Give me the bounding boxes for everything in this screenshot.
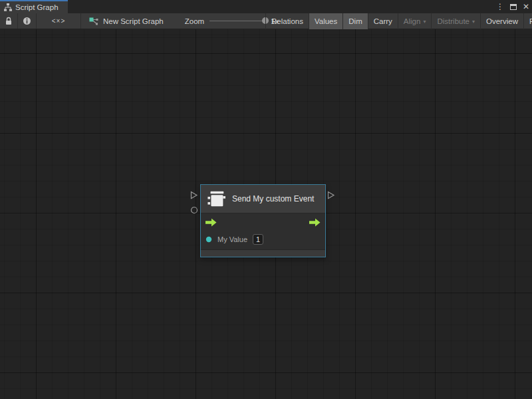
value-dot-icon[interactable] [205, 236, 212, 243]
custom-event-icon [207, 190, 225, 207]
toggle-align-label: Align [404, 17, 421, 25]
zoom-label: Zoom [185, 17, 204, 25]
chevron-down-icon: ▾ [472, 19, 475, 25]
node-send-custom-event[interactable]: Send My custom Event My Value 1 [200, 184, 326, 257]
toggle-values[interactable]: Values [309, 13, 342, 29]
graph-name: New Script Graph [103, 17, 164, 25]
toggle-carry[interactable]: Carry [368, 13, 398, 29]
script-graph-window: Script Graph ⋮ ✕ <×> [0, 0, 532, 399]
flow-in-arrow-icon[interactable] [205, 218, 217, 227]
toggle-align: Align ▾ [398, 13, 432, 29]
graph-breadcrumb[interactable]: New Script Graph [81, 13, 173, 29]
toggle-full-screen[interactable]: Full Screen [523, 13, 532, 29]
toggle-relations[interactable]: Relations [265, 13, 309, 29]
node-control-row [201, 213, 325, 231]
chevron-down-icon: ▾ [423, 19, 426, 25]
toggle-relations-label: Relations [271, 17, 303, 25]
toggle-overview-label: Overview [486, 17, 518, 25]
control-input-port[interactable] [190, 191, 198, 200]
toggle-full-screen-label: Full Screen [529, 17, 532, 25]
window-controls: ⋮ ✕ [496, 0, 529, 13]
title-bar: Script Graph ⋮ ✕ [0, 0, 532, 13]
lock-icon [5, 17, 13, 25]
menu-kebab-icon[interactable]: ⋮ [496, 0, 504, 13]
toggle-overview[interactable]: Overview [480, 13, 523, 29]
toggle-distribute-label: Distribute [437, 17, 469, 25]
graph-asset-icon [89, 17, 99, 25]
control-output-port[interactable] [327, 191, 335, 200]
flow-out-arrow-icon[interactable] [309, 218, 321, 227]
toolbar-toggles: Relations Values Dim Carry Align ▾ Distr… [265, 13, 532, 29]
info-button[interactable] [18, 13, 37, 29]
graph-toolbar: <×> New Script Graph Zoom 1x Relations V… [0, 13, 532, 29]
toggle-distribute: Distribute ▾ [431, 13, 480, 29]
zoom-slider[interactable] [209, 21, 265, 21]
graph-hierarchy-icon [4, 3, 12, 11]
code-view-button[interactable]: <×> [37, 13, 81, 29]
toggle-carry-label: Carry [374, 17, 392, 25]
graph-canvas[interactable]: Send My custom Event My Value 1 [0, 29, 532, 399]
lock-button[interactable] [0, 13, 18, 29]
toggle-dim-label: Dim [348, 17, 362, 25]
code-icon: <×> [52, 17, 66, 25]
value-input-port[interactable] [190, 206, 198, 214]
zoom-control: Zoom 1x [173, 13, 279, 29]
close-icon[interactable]: ✕ [523, 0, 529, 13]
value-input-field[interactable]: 1 [253, 234, 263, 245]
info-icon [23, 17, 31, 25]
node-header[interactable]: Send My custom Event [201, 185, 325, 213]
node-title: Send My custom Event [232, 194, 314, 203]
toggle-values-label: Values [315, 17, 337, 25]
maximize-glyph [510, 4, 517, 10]
value-port-label: My Value [217, 235, 247, 243]
tab-script-graph[interactable]: Script Graph [0, 0, 68, 13]
maximize-icon[interactable] [510, 4, 517, 10]
node-value-row: My Value 1 [201, 231, 325, 248]
tab-title: Script Graph [15, 3, 59, 11]
node-footer [201, 249, 325, 257]
toggle-dim[interactable]: Dim [342, 13, 367, 29]
